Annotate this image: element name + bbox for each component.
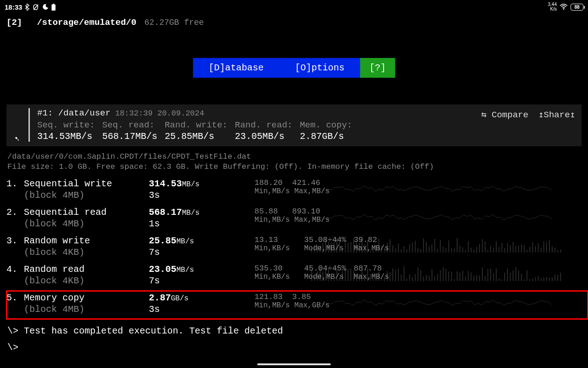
stat-label: Min,MB/s [254, 216, 290, 224]
summary-col-value: 568.17MB/s [102, 130, 164, 142]
stat-label: Max,MB/s [294, 216, 330, 224]
row-number: 5. [6, 293, 24, 303]
test-name: Random read [24, 264, 149, 275]
stat-value: 39.82 [354, 236, 399, 244]
path-bar: [2] /storage/emulated/0 62.27GB free [0, 13, 588, 28]
row-number: 4. [6, 264, 24, 275]
stat-label: Min,MB/s [254, 301, 290, 310]
help-button[interactable]: [?] [360, 58, 395, 78]
stat-value: 893.10 [292, 207, 325, 216]
stat-label: Max,MB/s [354, 244, 399, 253]
result-value: 23.05 [149, 264, 176, 275]
expand-arrow-icon[interactable]: ➷ [15, 134, 19, 144]
stat-value: 188.20 [254, 178, 288, 187]
summary-col-value: 25.85MB/s [164, 130, 235, 142]
clock: 18:33 [5, 3, 22, 11]
block-size: (block 4KB) [24, 247, 149, 258]
stat-value: 45.04÷45% [304, 264, 349, 273]
android-status-bar: 18:33 3.44 K/s 88 [0, 0, 588, 13]
result-row[interactable]: 5. Memory copy (block 4MB) 2.87GB/s 3s 1… [6, 291, 588, 319]
stat-value: 887.78 [354, 264, 399, 273]
result-stats: 188.20421.46 Min,MB/sMax,MB/s [254, 178, 588, 196]
result-unit: MB/s [182, 209, 199, 217]
summary-col-value: 314.53MB/s [37, 130, 102, 142]
stat-value: 421.46 [292, 178, 325, 187]
summary-col-value: 23.05MB/s [235, 130, 300, 142]
svg-rect-1 [53, 4, 54, 5]
result-duration: 7s [149, 247, 220, 258]
test-name: Sequential read [24, 207, 149, 218]
svg-rect-0 [52, 4, 56, 10]
row-number: 1. [6, 178, 24, 189]
stat-label: Min,MB/s [254, 187, 290, 196]
row-number: 3. [6, 236, 24, 246]
result-stats: 85.88893.10 Min,MB/sMax,MB/s [254, 207, 588, 224]
stat-label: Mode,MB/s [304, 273, 349, 281]
free-space: 62.27GB free [144, 18, 204, 27]
result-unit: MB/s [176, 237, 194, 246]
result-stats: 13.1335.08÷44%39.82 Min,KB/sMode,MB/sMax… [254, 236, 588, 253]
summary-accent-bar [28, 108, 30, 142]
database-button[interactable]: [D]atabase [193, 58, 279, 78]
benchmark-summary: ➷ #1: /data/user 18:32:39 20.09.2024 Seq… [6, 104, 582, 146]
summary-timestamp: 18:32:39 20.09.2024 [115, 109, 204, 118]
current-path[interactable]: /storage/emulated/0 [37, 17, 136, 28]
stat-value: 85.88 [254, 207, 288, 216]
result-value: 2.87 [149, 293, 171, 303]
result-value: 314.53 [149, 178, 182, 189]
result-duration: 3s [149, 304, 220, 315]
pane-index: [2] [6, 17, 22, 28]
result-row[interactable]: 1. Sequential write (block 4MB) 314.53MB… [6, 177, 588, 205]
mute-icon [33, 4, 40, 11]
stat-label: Mode,MB/s [304, 244, 349, 253]
result-row[interactable]: 4. Random read (block 4KB) 23.05MB/s 7s … [6, 262, 588, 291]
test-name: Random write [24, 236, 149, 246]
result-stats: 121.833.85 Min,MB/sMax,GB/s [254, 293, 588, 310]
result-duration: 1s [149, 218, 220, 229]
test-name: Sequential write [24, 178, 149, 189]
summary-title: #1: /data/user [37, 108, 111, 118]
result-unit: MB/s [176, 266, 194, 274]
summary-metrics-table: Seq. write:Seq. read:Rand. write:Rand. r… [37, 120, 360, 142]
stat-label: Min,KB/s [254, 273, 300, 281]
block-size: (block 4MB) [24, 304, 149, 315]
battery-indicator: 88 [571, 4, 583, 11]
network-speed: 3.44 K/s [548, 2, 557, 12]
result-row[interactable]: 3. Random write (block 4KB) 25.85MB/s 7s… [6, 234, 588, 262]
result-value: 568.17 [149, 207, 182, 218]
summary-col-label: Rand. write: [164, 120, 235, 130]
stat-label: Max,MB/s [354, 273, 399, 281]
row-number: 2. [6, 207, 24, 218]
stat-label: Min,KB/s [254, 244, 300, 253]
home-indicator[interactable] [257, 363, 331, 365]
test-config: File size: 1.0 GB. Free space: 62.3 GB. … [7, 162, 581, 172]
battery-small-icon [51, 4, 56, 11]
dnd-moon-icon [42, 4, 49, 10]
result-row[interactable]: 2. Sequential read (block 4MB) 568.17MB/… [6, 205, 588, 234]
wifi-icon [560, 4, 568, 10]
menu-bar: [D]atabase [O]ptions [?] [0, 58, 588, 78]
summary-col-value: 2.87GB/s [300, 130, 360, 142]
stat-label: Max,GB/s [294, 301, 330, 310]
compare-button[interactable]: ⇆ Compare [481, 109, 528, 120]
summary-col-label: Rand. read: [235, 120, 300, 130]
results-list: 1. Sequential write (block 4MB) 314.53MB… [0, 177, 588, 319]
summary-col-label: Seq. write: [37, 120, 102, 130]
summary-col-label: Mem. copy: [300, 120, 360, 130]
result-duration: 3s [149, 190, 220, 201]
stat-value: 3.85 [292, 293, 325, 301]
result-value: 25.85 [149, 236, 176, 246]
console-line: \> Test has completed execution. Test fi… [7, 323, 283, 339]
bluetooth-icon [25, 4, 30, 11]
test-name: Memory copy [24, 293, 149, 303]
block-size: (block 4KB) [24, 276, 149, 286]
test-file-path: /data/user/0/com.Saplin.CPDT/files/CPDT_… [7, 152, 581, 162]
share-button[interactable]: ↥Share↥ [538, 109, 575, 120]
summary-col-label: Seq. read: [102, 120, 164, 130]
stat-value: 13.13 [254, 236, 300, 244]
console-prompt[interactable]: \> [7, 339, 283, 356]
options-button[interactable]: [O]ptions [279, 58, 360, 78]
console-output: \> Test has completed execution. Test fi… [7, 323, 283, 356]
test-meta: /data/user/0/com.Saplin.CPDT/files/CPDT_… [0, 146, 588, 177]
stat-value: 35.08÷44% [304, 236, 349, 244]
